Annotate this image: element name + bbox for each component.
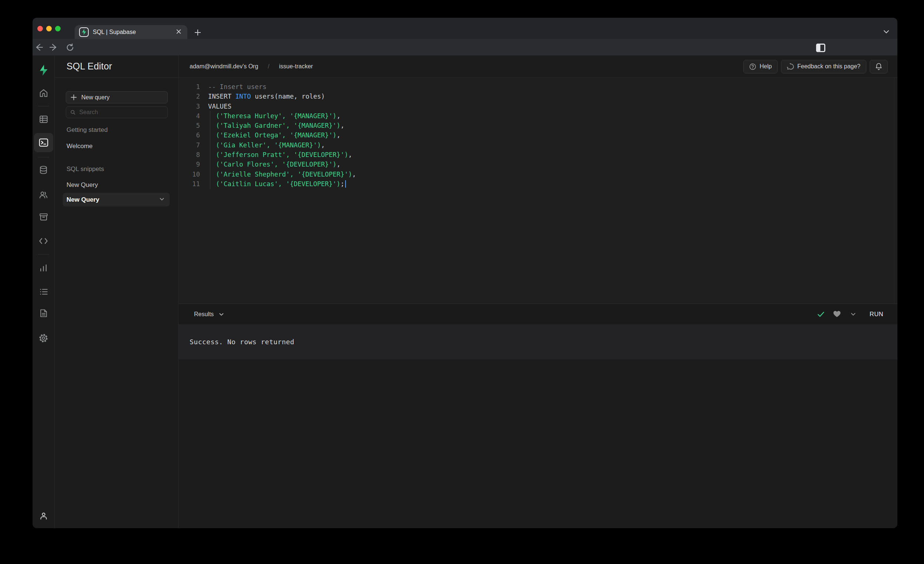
reload-icon[interactable] <box>64 42 75 53</box>
tab-title: SQL | Supabase <box>93 29 174 36</box>
browser-window: SQL | Supabase app.supabase.com/ <box>33 18 897 528</box>
chat-bubble-icon <box>787 63 794 70</box>
text-cursor <box>345 180 346 188</box>
line-number: 2 <box>178 91 200 101</box>
line-number: 9 <box>178 160 200 169</box>
tab-close-icon[interactable] <box>174 28 183 36</box>
code-line[interactable]: 9('Carlo Flores', '{DEVELOPER}'), <box>178 160 897 169</box>
edge-functions-icon[interactable] <box>39 236 49 246</box>
code-line[interactable]: 7('Gia Keller', '{MANAGER}'), <box>178 141 897 150</box>
main-content: adam@windmill.dev's Org / issue-tracker … <box>178 55 897 528</box>
success-check-icon <box>813 308 829 321</box>
forward-icon[interactable] <box>48 42 59 53</box>
results-output: Success. No rows returned <box>178 324 897 359</box>
rail-divider <box>38 157 49 157</box>
minimize-window-button[interactable] <box>46 26 52 31</box>
chevron-down-icon <box>219 312 224 317</box>
supabase-favicon-icon <box>79 27 89 37</box>
notifications-bell-button[interactable] <box>870 60 888 73</box>
breadcrumb-org[interactable]: adam@windmill.dev's Org <box>190 63 258 70</box>
new-query-button[interactable]: New query <box>66 91 168 103</box>
code-lines: 1-- Insert users2INSERT INTO users(name,… <box>178 82 897 189</box>
supabase-app: SQL Editor New query Getting started Wel… <box>33 55 897 528</box>
help-circle-icon <box>749 63 756 70</box>
code-line[interactable]: 3VALUES <box>178 102 897 111</box>
section-label-getting-started: Getting started <box>66 126 108 134</box>
code-line[interactable]: 2INSERT INTO users(name, roles) <box>178 91 897 101</box>
zoom-window-button[interactable] <box>55 26 61 31</box>
tab-strip: SQL | Supabase <box>33 18 897 39</box>
plus-icon <box>70 94 77 100</box>
code-line[interactable]: 4('Theresa Hurley', '{MANAGER}'), <box>178 111 897 121</box>
logs-list-icon[interactable] <box>39 287 49 297</box>
storage-icon[interactable] <box>39 212 49 222</box>
settings-gear-icon[interactable] <box>39 333 49 343</box>
run-options-chevron-icon[interactable] <box>845 308 861 321</box>
line-number: 4 <box>178 111 200 121</box>
search-input[interactable] <box>79 109 164 115</box>
sidebar-item-welcome[interactable]: Welcome <box>66 142 93 150</box>
help-button[interactable]: Help <box>743 60 778 73</box>
back-icon[interactable] <box>33 42 44 53</box>
code-line[interactable]: 1-- Insert users <box>178 82 897 91</box>
line-number: 6 <box>178 130 200 140</box>
code-line[interactable]: 6('Ezekiel Ortega', '{MANAGER}'), <box>178 130 897 140</box>
content-header: adam@windmill.dev's Org / issue-tracker … <box>178 55 897 78</box>
breadcrumb-separator: / <box>268 63 270 70</box>
rail-divider <box>38 106 49 106</box>
line-number: 7 <box>178 141 200 150</box>
browser-tab[interactable]: SQL | Supabase <box>75 25 188 39</box>
rail-divider <box>38 254 49 254</box>
section-label-sql-snippets: SQL snippets <box>66 166 104 173</box>
sql-code-editor[interactable]: 1-- Insert users2INSERT INTO users(name,… <box>178 78 897 304</box>
success-message: Success. No rows returned <box>190 338 294 346</box>
feedback-button[interactable]: Feedback on this page? <box>781 60 866 73</box>
sidebar-header: SQL Editor <box>55 55 178 78</box>
close-window-button[interactable] <box>38 26 43 31</box>
code-line[interactable]: 5('Taliyah Gardner', '{MANAGER}'), <box>178 121 897 130</box>
breadcrumb: adam@windmill.dev's Org / issue-tracker <box>190 63 313 70</box>
auth-users-icon[interactable] <box>39 190 49 200</box>
page-title: SQL Editor <box>66 61 112 72</box>
reports-chart-icon[interactable] <box>39 263 49 273</box>
code-line[interactable]: 11('Caitlin Lucas', '{DEVELOPER}'); <box>178 179 897 189</box>
new-tab-button[interactable] <box>192 27 203 38</box>
table-editor-icon[interactable] <box>39 114 49 124</box>
account-user-icon[interactable] <box>39 511 49 521</box>
nav-rail <box>33 55 55 528</box>
snippet-search[interactable] <box>66 106 168 118</box>
line-number: 3 <box>178 102 200 111</box>
line-number: 10 <box>178 169 200 179</box>
database-icon[interactable] <box>39 165 49 175</box>
results-bar: Results RUN <box>178 304 897 324</box>
code-line[interactable]: 8('Jefferson Pratt', '{DEVELOPER}'), <box>178 150 897 160</box>
supabase-logo-icon[interactable] <box>39 65 49 75</box>
browser-toolbar: app.supabase.com/project/azahtnhqohyjerz… <box>33 39 897 55</box>
api-docs-icon[interactable] <box>39 308 49 319</box>
favorite-heart-icon[interactable] <box>829 308 845 321</box>
side-panel-icon[interactable] <box>815 42 826 53</box>
bell-icon <box>875 63 882 70</box>
tab-list-chevron-icon[interactable] <box>881 27 891 37</box>
line-number: 1 <box>178 82 200 91</box>
line-number: 8 <box>178 150 200 160</box>
sql-editor-sidebar: SQL Editor New query Getting started Wel… <box>55 55 178 528</box>
sidebar-item-new-query[interactable]: New Query <box>66 181 98 189</box>
run-button[interactable]: RUN <box>861 308 884 320</box>
chevron-down-icon[interactable] <box>159 196 165 203</box>
breadcrumb-project[interactable]: issue-tracker <box>279 63 313 70</box>
code-line[interactable]: 10('Arielle Shepherd', '{DEVELOPER}'), <box>178 169 897 179</box>
line-number: 11 <box>178 179 200 189</box>
sidebar-item-new-query-selected[interactable]: New Query <box>63 193 170 206</box>
line-number: 5 <box>178 121 200 130</box>
sql-editor-icon-active[interactable] <box>34 133 53 152</box>
results-dropdown[interactable]: Results <box>194 311 224 318</box>
search-icon <box>70 109 75 115</box>
home-icon[interactable] <box>39 88 49 98</box>
